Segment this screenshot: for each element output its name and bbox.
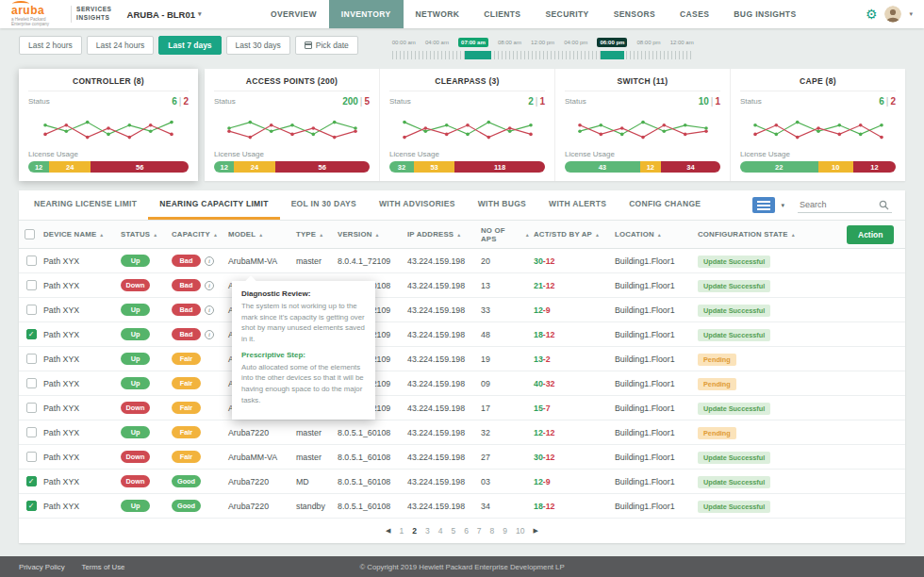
page-10[interactable]: 10	[516, 526, 524, 536]
select-all-checkbox[interactable]	[25, 229, 35, 239]
row-checkbox[interactable]: ✓	[26, 501, 37, 511]
sort-asc-icon[interactable]: ▲	[99, 232, 104, 238]
info-icon[interactable]: i	[205, 256, 214, 266]
column-header-device-name[interactable]: DEVICE NAME▲	[43, 230, 121, 239]
device-card-access-points-200[interactable]: ACCESS POINTS (200)Status200|5License Us…	[205, 69, 379, 181]
time-filter-last-24-hours[interactable]: Last 24 hours	[87, 36, 155, 55]
column-header-no-of-aps[interactable]: NO OF APS▲	[481, 226, 534, 243]
timeline-ruler[interactable]	[392, 51, 694, 59]
page-5[interactable]: 5	[451, 526, 455, 536]
nav-item-cases[interactable]: CASES	[668, 0, 721, 28]
gear-icon[interactable]: ⚙	[866, 8, 878, 21]
info-icon[interactable]: i	[205, 305, 214, 315]
row-checkbox[interactable]	[26, 427, 37, 437]
time-filter-pick-date[interactable]: Pick date	[295, 36, 358, 55]
profile-chevron-icon[interactable]: ▾	[909, 10, 913, 18]
time-filter-last-2-hours[interactable]: Last 2 hours	[19, 36, 82, 55]
row-checkbox[interactable]	[26, 403, 37, 413]
device-card-clearpass-3[interactable]: CLEARPASS (3)Status2|1License Usage32531…	[379, 69, 554, 181]
device-name-cell[interactable]: Path XYX	[43, 354, 121, 364]
column-header-ip-address[interactable]: IP ADDRESS▲	[407, 230, 481, 239]
time-filter-label: Last 24 hours	[96, 41, 145, 50]
search-icon[interactable]	[879, 200, 889, 210]
row-checkbox[interactable]: ✓	[26, 329, 37, 339]
sort-asc-icon[interactable]: ▲	[258, 232, 263, 238]
sort-asc-icon[interactable]: ▲	[525, 232, 530, 238]
column-header-configuration-state[interactable]: CONFIGURATION STATE▲	[698, 230, 847, 239]
row-checkbox[interactable]	[26, 452, 37, 462]
column-header-model[interactable]: MODEL▲	[228, 230, 296, 239]
nav-item-bug-insights[interactable]: BUG INSIGHTS	[721, 0, 808, 28]
row-checkbox[interactable]	[26, 305, 37, 315]
device-name-cell[interactable]: Path XYX	[43, 404, 121, 413]
sort-asc-icon[interactable]: ▲	[213, 232, 218, 238]
info-icon[interactable]: i	[205, 330, 214, 339]
column-header-location[interactable]: LOCATION▲	[615, 230, 698, 239]
page-1[interactable]: 1	[399, 526, 404, 536]
tab-nearing-license-limit[interactable]: NEARING LICENSE LIMIT	[23, 190, 148, 220]
next-page-button[interactable]: ▶	[534, 527, 538, 535]
search-input[interactable]	[800, 200, 879, 209]
device-name-cell[interactable]: Path XYX	[43, 330, 121, 339]
row-checkbox[interactable]: ✓	[26, 476, 37, 486]
page-6[interactable]: 6	[464, 526, 469, 536]
page-3[interactable]: 3	[425, 526, 430, 536]
info-icon[interactable]: i	[205, 281, 214, 290]
row-checkbox[interactable]	[26, 378, 37, 388]
device-name-cell[interactable]: Path XYX	[43, 453, 121, 462]
sort-asc-icon[interactable]: ▲	[375, 232, 380, 238]
page-7[interactable]: 7	[477, 526, 482, 536]
device-name-cell[interactable]: Path XYX	[43, 379, 121, 388]
row-checkbox[interactable]	[26, 354, 37, 364]
column-header-version[interactable]: VERSION▲	[338, 230, 407, 239]
nav-item-sensors[interactable]: SENSORS	[602, 0, 668, 28]
site-selector[interactable]: ARUBA - BLR01 ▾	[127, 9, 202, 20]
sort-asc-icon[interactable]: ▲	[791, 232, 796, 238]
prev-page-button[interactable]: ◀	[386, 527, 390, 535]
page-2[interactable]: 2	[412, 526, 417, 536]
page-9[interactable]: 9	[503, 526, 507, 536]
tab-with-bugs[interactable]: WITH BUGS	[467, 190, 537, 220]
device-name-cell[interactable]: Path XYX	[43, 256, 121, 266]
time-filter-last-7-days[interactable]: Last 7 days	[158, 36, 221, 55]
device-name-cell[interactable]: Path XYX	[43, 502, 121, 511]
nav-item-security[interactable]: SECURITY	[533, 0, 601, 28]
device-name-cell[interactable]: Path XYX	[43, 281, 121, 290]
sort-asc-icon[interactable]: ▲	[319, 232, 323, 238]
device-name-cell[interactable]: Path XYX	[43, 428, 121, 437]
device-name-cell[interactable]: Path XYX	[43, 305, 121, 315]
page-8[interactable]: 8	[490, 526, 495, 536]
action-button[interactable]: Action	[847, 225, 894, 244]
footer-link-privacy-policy[interactable]: Privacy Policy	[19, 563, 65, 571]
device-name-cell[interactable]: Path XYX	[43, 477, 121, 486]
sort-asc-icon[interactable]: ▲	[657, 232, 662, 238]
footer-link-terms-of-use[interactable]: Terms of Use	[82, 563, 125, 571]
user-avatar[interactable]	[884, 6, 901, 23]
tab-nearing-capacity-limit[interactable]: NEARING CAPACITY LIMIT	[148, 190, 279, 220]
page-4[interactable]: 4	[438, 526, 443, 536]
row-checkbox[interactable]	[26, 256, 37, 266]
column-header-type[interactable]: TYPE▲	[296, 230, 338, 239]
aruba-logo[interactable]: aruba a Hewlett Packard Enterprise compa…	[11, 2, 112, 27]
list-view-button[interactable]	[752, 197, 775, 213]
tab-with-alerts[interactable]: WITH ALERTS	[537, 190, 618, 220]
time-filter-last-30-days[interactable]: Last 30 days	[226, 36, 290, 55]
device-card-cape-8[interactable]: CAPE (8)Status6|2License Usage221012	[730, 69, 905, 181]
device-card-controller-8[interactable]: CONTROLLER (8)Status6|2License Usage1224…	[19, 69, 198, 181]
tab-config-change[interactable]: CONFIG CHANGE	[618, 190, 712, 220]
column-header-act-std-by-ap[interactable]: ACT/STD BY AP▲	[534, 230, 615, 239]
sort-asc-icon[interactable]: ▲	[153, 232, 157, 238]
tab-with-advisories[interactable]: WITH ADVISORIES	[368, 190, 467, 220]
nav-item-network[interactable]: NETWORK	[404, 0, 472, 28]
view-dropdown-icon[interactable]: ▾	[781, 202, 784, 209]
nav-item-inventory[interactable]: INVENTORY	[329, 0, 404, 28]
column-header-capacity[interactable]: CAPACITY▲	[172, 230, 228, 239]
nav-item-overview[interactable]: OVERVIEW	[258, 0, 329, 28]
sort-asc-icon[interactable]: ▲	[595, 232, 600, 238]
device-card-switch-11[interactable]: SWITCH (11)Status10|1License Usage431234	[554, 69, 730, 181]
sort-asc-icon[interactable]: ▲	[456, 232, 461, 238]
row-checkbox[interactable]	[26, 280, 37, 290]
tab-eol-in-30-days[interactable]: EOL IN 30 DAYS	[280, 190, 368, 220]
column-header-status[interactable]: STATUS▲	[121, 230, 172, 239]
nav-item-clients[interactable]: CLIENTS	[471, 0, 533, 28]
